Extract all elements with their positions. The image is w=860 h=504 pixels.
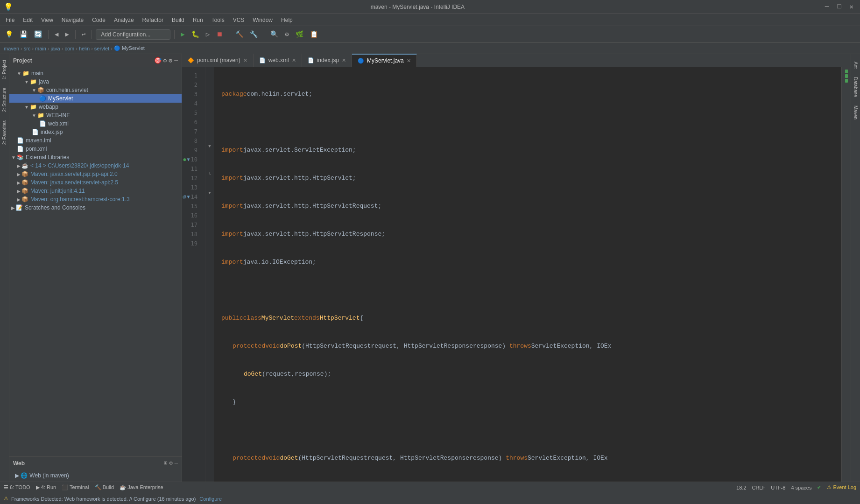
web-panel-settings[interactable]: ⚙ (169, 460, 173, 467)
tree-lib-hamcrest[interactable]: ▶ 📦 Maven: org.hamcrest:hamcrest-core:1.… (9, 195, 182, 203)
main-area: 1: Project 2: Structure 2: Favorites Pro… (0, 54, 860, 482)
menu-navigate[interactable]: Navigate (58, 15, 87, 25)
toolbar-forward[interactable]: ▶ (63, 29, 71, 40)
code-content[interactable]: package com.helin.servlet; import javax.… (214, 67, 841, 482)
toolbar-back[interactable]: ◀ (52, 29, 61, 40)
maximize-button[interactable]: □ (834, 2, 844, 12)
toolbar-undo[interactable]: ↩ (79, 29, 88, 40)
tree-lib-servlet[interactable]: ▶ 📦 Maven: javax.servlet:servlet-api:2.5 (9, 178, 182, 187)
tree-arrow-lib-jsp: ▶ (17, 172, 21, 177)
tree-webapp-folder[interactable]: ▼ 📁 webapp (9, 103, 182, 111)
breadcrumb-com[interactable]: com (64, 46, 74, 51)
menu-build[interactable]: Build (168, 15, 188, 25)
project-minimize-icon[interactable]: ─ (174, 57, 178, 64)
code-editor[interactable]: 1 2 3 4 5 6 (182, 67, 851, 482)
tree-external-libs[interactable]: ▼ 📚 External Libraries (9, 153, 182, 161)
tree-webxml[interactable]: 📄 web.xml (9, 119, 182, 128)
tree-indexjsp[interactable]: 📄 index.jsp (9, 128, 182, 136)
toolbar-run-with-coverage[interactable]: ▷ (204, 29, 212, 40)
web-item-label: Web (in maven) (29, 472, 69, 479)
toolbar-sdk[interactable]: 🔧 (247, 29, 260, 40)
menu-analyze[interactable]: Analyze (110, 15, 138, 25)
myservlet-tab-close[interactable]: ✕ (407, 58, 411, 64)
toolbar-debug[interactable]: 🐛 (189, 29, 202, 40)
toolbar-build-project[interactable]: 🔨 (233, 29, 246, 40)
web-tab-close[interactable]: ✕ (292, 57, 296, 63)
fold-icon-14[interactable]: ▼ (208, 191, 211, 196)
statusbar-line-endings[interactable]: CRLF (752, 485, 765, 490)
web-panel-options[interactable]: ⊞ (164, 460, 167, 467)
statusbar-run[interactable]: ▶ 4: Run (36, 484, 56, 490)
web-panel-minimize[interactable]: ─ (175, 460, 178, 467)
tree-myservlet[interactable]: 🔵 MyServlet (9, 94, 182, 103)
tree-java-folder[interactable]: ▼ 📁 java (9, 77, 182, 86)
statusbar-todo[interactable]: ☰ 6: TODO (4, 484, 30, 490)
statusbar-event-log[interactable]: ⚠ Event Log (827, 484, 856, 490)
toolbar-sync[interactable]: 🔄 (32, 29, 44, 40)
pom-tab-close[interactable]: ✕ (243, 57, 247, 63)
side-tab-maven[interactable]: Maven (852, 102, 860, 123)
project-options-icon[interactable]: ⚙ (163, 57, 167, 64)
notification-configure-link[interactable]: Configure (199, 496, 222, 502)
toolbar-annotate[interactable]: 📋 (308, 29, 320, 40)
menubar: File Edit View Navigate Code Analyze Ref… (0, 14, 860, 26)
project-settings-icon[interactable]: ⚙ (169, 57, 172, 64)
tab-myservlet[interactable]: 🔵 MyServlet.java ✕ (352, 54, 417, 67)
tree-webinf-folder[interactable]: ▼ 📁 WEB-INF (9, 111, 182, 119)
side-tab-ant[interactable]: Ant (852, 58, 860, 72)
menu-window[interactable]: Window (249, 15, 276, 25)
breadcrumb-maven[interactable]: maven (4, 46, 19, 51)
menu-refactor[interactable]: Refactor (139, 15, 167, 25)
toolbar-run[interactable]: ▶ (178, 29, 187, 40)
menu-code[interactable]: Code (88, 15, 109, 25)
tree-main-folder[interactable]: ▼ 📁 main (9, 69, 182, 77)
code-line-10: protected void doPost(HttpServletRequest… (221, 342, 841, 351)
run-configuration-selector[interactable]: Add Configuration... (96, 29, 170, 40)
menu-view[interactable]: View (37, 15, 57, 25)
menu-edit[interactable]: Edit (19, 15, 36, 25)
statusbar-indent[interactable]: 4 spaces (791, 485, 811, 490)
code-line-2 (221, 118, 841, 127)
web-item-maven[interactable]: ▶ 🌐 Web (in maven) (13, 471, 178, 480)
minimize-button[interactable]: ─ (822, 2, 832, 12)
menu-run[interactable]: Run (189, 15, 207, 25)
toolbar-save-all[interactable]: 💾 (17, 29, 30, 40)
toolbar-search[interactable]: 🔍 (268, 29, 281, 40)
toolbar-git[interactable]: 🌿 (293, 29, 306, 40)
fold-icon-9[interactable]: ▼ (208, 144, 211, 149)
breadcrumb-src[interactable]: src (24, 46, 31, 51)
tree-maveniml[interactable]: 📄 maven.iml (9, 136, 182, 145)
breadcrumb-java[interactable]: java (51, 46, 60, 51)
menu-vcs[interactable]: VCS (229, 15, 248, 25)
close-button[interactable]: ✕ (847, 2, 856, 12)
tree-lib-junit[interactable]: ▶ 📦 Maven: junit:junit:4.11 (9, 187, 182, 195)
toolbar-stop[interactable]: ⏹ (214, 29, 225, 40)
statusbar-javaee[interactable]: ☕ Java Enterprise (120, 484, 163, 490)
statusbar-encoding[interactable]: UTF-8 (771, 485, 785, 490)
breadcrumb-servlet[interactable]: servlet (94, 46, 109, 51)
statusbar-terminal[interactable]: ⬛ Terminal (62, 484, 89, 490)
menu-help[interactable]: Help (277, 15, 296, 25)
toolbar-settings[interactable]: ⚙ (282, 29, 291, 40)
editor-tabs: 🔶 pom.xml (maven) ✕ 📄 web.xml ✕ 📄 index.… (182, 54, 851, 67)
tree-scratches[interactable]: ▶ 📝 Scratches and Consoles (9, 203, 182, 212)
breadcrumb-helin[interactable]: helin (79, 46, 90, 51)
tab-pom[interactable]: 🔶 pom.xml (maven) ✕ (182, 54, 254, 67)
tree-jdk[interactable]: ▶ ☕ < 14 > C:\Users\23820\.jdks\openjdk-… (9, 161, 182, 170)
breadcrumb-main[interactable]: main (35, 46, 46, 51)
side-tab-project[interactable]: 1: Project (0, 56, 8, 83)
side-tab-favorites[interactable]: 2: Favorites (0, 117, 8, 148)
tab-index[interactable]: 📄 index.jsp ✕ (302, 54, 352, 67)
side-tab-structure[interactable]: 2: Structure (0, 84, 8, 116)
project-locate-icon[interactable]: 🎯 (154, 57, 162, 64)
statusbar-position[interactable]: 18:2 (736, 485, 746, 490)
index-tab-close[interactable]: ✕ (342, 57, 346, 63)
tree-package[interactable]: ▼ 📦 com.helin.servlet (9, 86, 182, 94)
tab-web[interactable]: 📄 web.xml ✕ (254, 54, 302, 67)
tree-lib-jsp[interactable]: ▶ 📦 Maven: javax.servlet.jsp:jsp-api:2.0 (9, 170, 182, 178)
tree-pomxml[interactable]: 📄 pom.xml (9, 145, 182, 153)
statusbar-build[interactable]: 🔨 Build (95, 484, 114, 490)
side-tab-database[interactable]: Database (852, 73, 860, 101)
menu-file[interactable]: File (2, 15, 18, 25)
menu-tools[interactable]: Tools (208, 15, 228, 25)
